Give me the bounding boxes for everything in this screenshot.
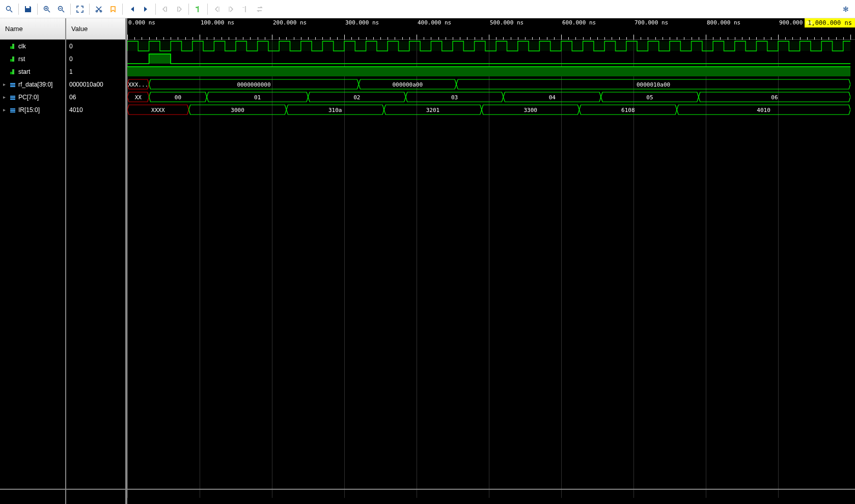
- svg-rect-34: [10, 111, 15, 113]
- expand-icon[interactable]: ▸: [3, 94, 9, 100]
- signal-value-row[interactable]: 06: [66, 91, 125, 103]
- signal-value: 06: [69, 94, 76, 101]
- name-panel: Name clkrststart▸rf_data[39:0]▸PC[7:0]▸I…: [0, 18, 66, 504]
- svg-text:310a: 310a: [328, 107, 342, 114]
- svg-rect-26: [10, 83, 15, 84]
- waveform-area[interactable]: 1,000.000 ns 0.000 ns100.000 ns200.000 n…: [127, 18, 855, 504]
- svg-text:4010: 4010: [757, 107, 770, 114]
- name-header[interactable]: Name: [0, 18, 65, 40]
- time-label: 400.000 ns: [418, 19, 451, 26]
- marker-icon[interactable]: [106, 2, 120, 16]
- signal-name: start: [18, 68, 30, 75]
- signal-value-row[interactable]: 1: [66, 65, 125, 78]
- svg-text:XXX...: XXX...: [128, 81, 148, 88]
- swap-icon[interactable]: [253, 2, 267, 16]
- go-last-icon[interactable]: [139, 2, 153, 16]
- expand-icon[interactable]: ▸: [3, 107, 9, 113]
- signal-value-row[interactable]: 0000010a00: [66, 78, 125, 91]
- signal-value: 1: [69, 68, 73, 75]
- cut-icon[interactable]: [92, 2, 106, 16]
- time-label: 800.000 ns: [707, 19, 740, 26]
- svg-text:0000000000: 0000000000: [237, 81, 270, 88]
- svg-rect-28: [10, 86, 15, 87]
- wave-row[interactable]: XXX...0000000000000000a000000010a00: [127, 78, 855, 91]
- svg-line-3: [48, 10, 50, 12]
- scalar-icon: [9, 68, 16, 75]
- signal-value-row[interactable]: 4010: [66, 103, 125, 116]
- time-ruler[interactable]: 0.000 ns100.000 ns200.000 ns300.000 ns40…: [127, 18, 855, 40]
- svg-text:XXXX: XXXX: [151, 107, 165, 114]
- time-label: 500.000 ns: [490, 19, 523, 26]
- svg-text:01: 01: [254, 94, 261, 101]
- time-label: 100.000 ns: [201, 19, 234, 26]
- zoom-out-icon[interactable]: [54, 2, 68, 16]
- svg-text:00: 00: [175, 94, 181, 101]
- signal-name: PC[7:0]: [18, 94, 39, 101]
- cursor-next-icon[interactable]: [224, 2, 238, 16]
- wave-row[interactable]: XX00010203040506: [127, 91, 855, 103]
- signal-value: 0: [69, 43, 73, 50]
- save-icon[interactable]: [21, 2, 35, 16]
- svg-text:06: 06: [771, 94, 778, 101]
- time-label: 900.000 ns: [779, 19, 813, 26]
- svg-rect-23: [12, 57, 14, 62]
- bus-icon: [9, 106, 16, 114]
- svg-text:3300: 3300: [523, 107, 537, 114]
- cursor-prev-icon[interactable]: [210, 2, 224, 16]
- expand-icon[interactable]: ▸: [3, 81, 9, 87]
- wave-row[interactable]: [127, 52, 855, 65]
- svg-text:3201: 3201: [426, 107, 440, 114]
- svg-rect-36: [149, 54, 171, 64]
- signal-value-row[interactable]: 0: [66, 52, 125, 65]
- svg-point-0: [7, 6, 11, 10]
- wave-row[interactable]: [127, 65, 855, 78]
- time-label: 0.000 ns: [128, 19, 155, 26]
- add-marker-icon[interactable]: +: [191, 2, 205, 16]
- zoom-in-icon[interactable]: [40, 2, 54, 16]
- signal-value: 0000010a00: [69, 81, 103, 88]
- prev-edge-icon[interactable]: [158, 2, 172, 16]
- value-header[interactable]: Value: [66, 18, 125, 40]
- svg-rect-30: [10, 97, 15, 98]
- signal-value: 4010: [69, 106, 83, 114]
- time-label: 300.000 ns: [345, 19, 379, 26]
- signal-name-row[interactable]: ▸IR[15:0]: [0, 103, 65, 116]
- go-first-icon[interactable]: [125, 2, 139, 16]
- svg-text:−: −: [242, 6, 245, 10]
- signal-name: clk: [18, 43, 26, 50]
- svg-text:000000a00: 000000a00: [392, 81, 423, 88]
- signal-name-row[interactable]: ▸rf_data[39:0]: [0, 78, 65, 91]
- next-edge-icon[interactable]: [172, 2, 186, 16]
- signal-value-row[interactable]: 0: [66, 40, 125, 52]
- svg-rect-38: [127, 67, 850, 76]
- svg-text:05: 05: [646, 94, 653, 101]
- bus-icon: [9, 81, 16, 88]
- svg-rect-29: [10, 96, 15, 97]
- scalar-icon: [9, 55, 16, 63]
- remove-marker-icon[interactable]: −: [238, 2, 253, 16]
- svg-text:XX: XX: [135, 94, 142, 101]
- signal-name-row[interactable]: ▸PC[7:0]: [0, 91, 65, 103]
- svg-line-1: [10, 10, 12, 12]
- wave-row[interactable]: [127, 40, 855, 52]
- signal-name: rf_data[39:0]: [18, 81, 52, 88]
- svg-rect-25: [12, 69, 14, 74]
- svg-rect-31: [10, 99, 15, 100]
- signal-name-row[interactable]: start: [0, 65, 65, 78]
- svg-text:03: 03: [451, 94, 458, 101]
- signal-name: rst: [18, 55, 25, 63]
- signal-name-row[interactable]: rst: [0, 52, 65, 65]
- time-label: 700.000 ns: [635, 19, 668, 26]
- wave-row[interactable]: XXXX3000310a3201330061084010: [127, 103, 855, 116]
- scalar-icon: [9, 43, 16, 50]
- search-icon[interactable]: [2, 2, 16, 16]
- main-area: Name clkrststart▸rf_data[39:0]▸PC[7:0]▸I…: [0, 18, 855, 504]
- signal-name-row[interactable]: clk: [0, 40, 65, 52]
- svg-text:6108: 6108: [621, 107, 635, 114]
- settings-icon[interactable]: ✻: [839, 2, 853, 16]
- signal-value: 0: [69, 55, 73, 63]
- svg-rect-22: [10, 59, 12, 62]
- zoom-fit-icon[interactable]: [73, 2, 87, 16]
- time-label: 200.000 ns: [273, 19, 307, 26]
- svg-text:0000010a00: 0000010a00: [637, 81, 670, 88]
